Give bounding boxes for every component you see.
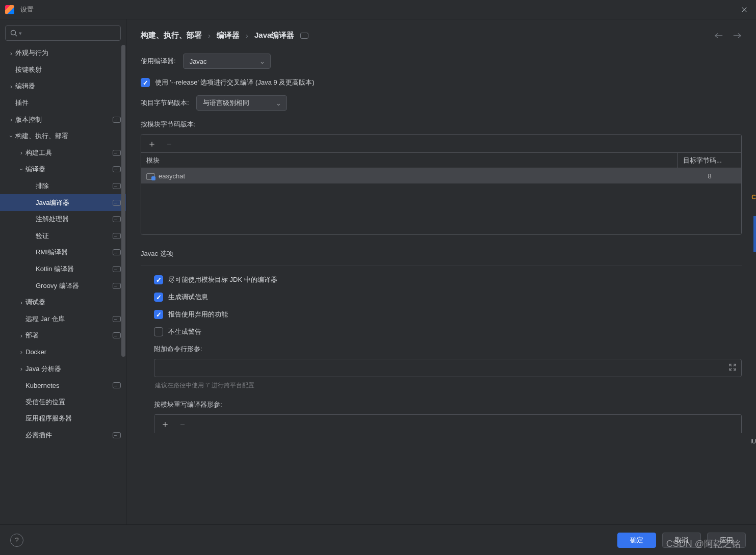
use-module-jdk-checkbox[interactable] — [154, 275, 163, 284]
svg-line-1 — [15, 35, 17, 37]
tree-item-label: 构建、执行、部署 — [15, 131, 121, 141]
project-scope-badge — [113, 316, 121, 322]
remove-button[interactable]: － — [165, 139, 174, 148]
tree-item-java-[interactable]: Java编译器 — [0, 194, 126, 211]
generate-debug-label: 生成调试信息 — [168, 293, 208, 302]
tree-item--[interactable]: ›版本控制 — [0, 111, 126, 128]
project-scope-badge — [113, 283, 121, 289]
scrollbar[interactable] — [121, 45, 125, 357]
tree-item--[interactable]: ›部署 — [0, 327, 126, 344]
project-scope-badge — [113, 166, 121, 172]
report-deprecated-checkbox[interactable] — [154, 310, 163, 319]
additional-args-field[interactable] — [154, 359, 742, 377]
tree-item-label: 版本控制 — [15, 115, 113, 124]
table-row[interactable]: easychat 8 — [141, 168, 741, 183]
tree-item-label: 编辑器 — [15, 82, 121, 91]
tree-item--[interactable]: 必需插件 — [0, 427, 126, 444]
release-option-label: 使用 '--release' 选项进行交叉编译 (Java 9 及更高版本) — [155, 78, 315, 87]
ok-button[interactable]: 确定 — [617, 533, 656, 548]
search-input[interactable]: ▾ — [5, 25, 121, 41]
close-button[interactable] — [738, 3, 751, 16]
tree-item-label: 必需插件 — [25, 431, 113, 440]
report-deprecated-label: 报告使用弃用的功能 — [168, 310, 228, 319]
tree-item-label: 调试器 — [25, 298, 121, 307]
sidebar: ▾ ›外观与行为按键映射›编辑器插件›版本控制›构建、执行、部署›构建工具›编译… — [0, 19, 126, 524]
breadcrumb-part[interactable]: 构建、执行、部署 — [141, 31, 202, 40]
use-compiler-label: 使用编译器: — [141, 57, 176, 66]
add-button[interactable]: ＋ — [147, 139, 157, 148]
nav-back-icon[interactable] — [714, 32, 723, 39]
tree-item-label: 应用程序服务器 — [25, 414, 121, 423]
project-scope-badge — [113, 183, 121, 189]
window-title: 设置 — [20, 5, 34, 14]
override-per-module-label: 按模块重写编译器形参: — [154, 400, 742, 409]
tree-item--[interactable]: 应用程序服务器 — [0, 410, 126, 427]
module-icon — [146, 173, 154, 179]
use-compiler-select[interactable]: Javac ⌄ — [183, 54, 271, 69]
generate-debug-checkbox[interactable] — [154, 293, 163, 302]
tree-item--[interactable]: 排除 — [0, 178, 126, 195]
title-bar: 设置 — [0, 0, 756, 19]
tree-item--[interactable]: 注解处理器 — [0, 211, 126, 228]
tree-item--[interactable]: ›外观与行为 — [0, 45, 126, 62]
project-scope-badge — [113, 382, 121, 388]
col-module-header[interactable]: 模块 — [141, 153, 678, 168]
chevron-right-icon: › — [17, 332, 25, 339]
tree-item-label: 构建工具 — [25, 148, 113, 157]
project-scope-badge — [113, 432, 121, 438]
nav-forward-icon[interactable] — [733, 32, 742, 39]
project-scope-badge — [300, 33, 308, 39]
additional-args-label: 附加命令行形参: — [154, 345, 742, 354]
tree-item--[interactable]: 受信任的位置 — [0, 393, 126, 410]
chevron-right-icon: › — [7, 83, 15, 90]
cancel-button[interactable]: 取消 — [662, 533, 701, 548]
release-option-checkbox[interactable] — [141, 78, 150, 87]
module-bytecode-table: ＋ － 模块 目标字节码... easychat 8 — [141, 134, 742, 235]
tree-item-label: 远程 Jar 仓库 — [25, 314, 113, 324]
add-button[interactable]: ＋ — [161, 419, 170, 429]
tree-item-label: Java编译器 — [36, 198, 113, 207]
tree-item-java-[interactable]: ›Java 分析器 — [0, 360, 126, 377]
chevron-right-icon: › — [7, 116, 15, 123]
tree-item-label: 部署 — [25, 331, 113, 340]
apply-button[interactable]: 应用 — [707, 533, 746, 548]
select-value: Javac — [190, 58, 207, 65]
breadcrumb-part[interactable]: 编译器 — [217, 31, 240, 40]
use-module-jdk-label: 尽可能使用模块目标 JDK 中的编译器 — [168, 275, 277, 284]
select-value: 与语言级别相同 — [203, 98, 249, 108]
tree-item--[interactable]: 插件 — [0, 95, 126, 112]
help-button[interactable]: ? — [10, 534, 23, 547]
tree-item-kotlin-[interactable]: Kotlin 编译器 — [0, 261, 126, 278]
breadcrumb: 构建、执行、部署 › 编译器 › Java编译器 — [141, 31, 308, 40]
tree-item-label: 按键映射 — [15, 65, 121, 74]
search-icon — [10, 29, 18, 37]
tree-item-kubernetes[interactable]: Kubernetes — [0, 377, 126, 394]
tree-item--[interactable]: ›编辑器 — [0, 78, 126, 95]
project-scope-badge — [113, 200, 121, 206]
tree-item--jar-[interactable]: 远程 Jar 仓库 — [0, 311, 126, 328]
tree-item-label: Java 分析器 — [25, 364, 121, 374]
chevron-right-icon: › — [17, 348, 25, 356]
chevron-right-icon: › — [208, 31, 211, 40]
chevron-down-icon: ▾ — [19, 30, 22, 37]
tree-item-label: Docker — [25, 348, 121, 356]
target-bytecode-cell[interactable]: 8 — [678, 172, 741, 180]
tree-item-rmi-[interactable]: RMI编译器 — [0, 244, 126, 261]
tree-item-groovy-[interactable]: Groovy 编译器 — [0, 277, 126, 294]
tree-item--[interactable]: ›构建工具 — [0, 145, 126, 162]
tree-item-label: Kotlin 编译器 — [36, 265, 113, 274]
expand-icon[interactable] — [729, 364, 736, 373]
tree-item-docker[interactable]: ›Docker — [0, 344, 126, 361]
tree-item--[interactable]: ›编译器 — [0, 161, 126, 178]
chevron-down-icon: › — [17, 166, 25, 173]
tree-item-label: 验证 — [36, 231, 113, 241]
tree-item--[interactable]: 验证 — [0, 228, 126, 245]
project-bytecode-select[interactable]: 与语言级别相同 ⌄ — [196, 95, 287, 111]
tree-item--[interactable]: ›构建、执行、部署 — [0, 128, 126, 145]
tree-item-label: Groovy 编译器 — [36, 281, 113, 290]
remove-button[interactable]: － — [178, 419, 187, 429]
tree-item--[interactable]: ›调试器 — [0, 294, 126, 311]
col-target-header[interactable]: 目标字节码... — [678, 153, 741, 168]
no-warnings-checkbox[interactable] — [154, 327, 163, 336]
tree-item--[interactable]: 按键映射 — [0, 62, 126, 78]
